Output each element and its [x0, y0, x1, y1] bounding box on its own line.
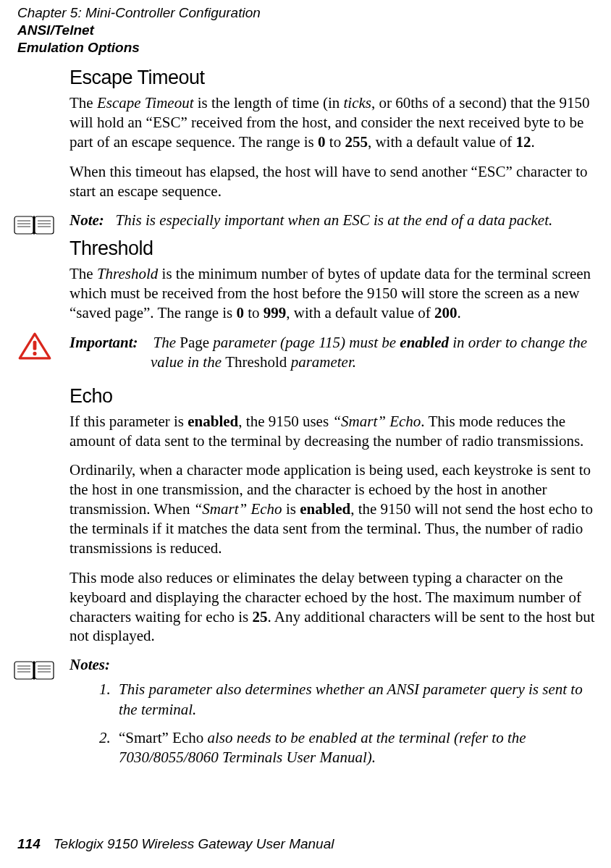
paragraph: The Escape Timeout is the length of time…: [69, 93, 597, 152]
heading-escape-timeout: Escape Timeout: [69, 67, 597, 89]
notes-label: Notes:: [69, 656, 597, 674]
text: .: [531, 133, 535, 151]
svg-rect-12: [35, 662, 54, 679]
page-number: 114: [17, 836, 41, 851]
page-footer: 114Teklogix 9150 Wireless Gateway User M…: [17, 836, 334, 852]
text: to: [244, 304, 264, 321]
svg-point-10: [33, 352, 36, 355]
warning-icon: [13, 332, 56, 361]
value: 255: [345, 133, 368, 151]
text: The: [69, 94, 97, 111]
value: enabled: [187, 413, 238, 430]
heading-threshold: Threshold: [69, 237, 597, 260]
text: parameter (page 115) must be: [209, 334, 400, 351]
important-text: Important: The Page parameter (page 115)…: [69, 333, 597, 372]
notes-block: Notes: This parameter also determines wh…: [69, 656, 597, 767]
term: Escape Timeout: [97, 94, 194, 111]
paragraph: The Threshold is the minimum number of b…: [69, 264, 597, 323]
chapter-title: Chapter 5: Mini-Controller Configuration: [17, 4, 594, 22]
important-label: Important:: [69, 334, 138, 351]
note-icon: [13, 211, 56, 240]
important-block: Important: The Page parameter (page 115)…: [69, 333, 597, 372]
svg-rect-9: [33, 341, 37, 350]
text: The: [69, 265, 97, 282]
text: to: [326, 133, 345, 151]
text: , with a default value of: [368, 133, 516, 151]
list-item: “Smart” Echo also needs to be enabled at…: [114, 728, 597, 768]
term: Threshold: [225, 353, 287, 371]
section-title-line1: ANSI/Telnet: [17, 22, 594, 39]
term: “Smart” Echo: [194, 500, 282, 518]
content-area: Escape Timeout The Escape Timeout is the…: [69, 67, 597, 776]
paragraph: Ordinarily, when a character mode applic…: [69, 460, 597, 557]
svg-rect-0: [14, 216, 33, 234]
footer-title: Teklogix 9150 Wireless Gateway User Manu…: [54, 836, 334, 851]
note-block: Note: This is especially important when …: [69, 211, 597, 230]
text: parameter.: [287, 353, 356, 371]
text: is the length of time (in: [193, 94, 343, 111]
svg-rect-1: [35, 216, 54, 234]
text: .: [458, 304, 461, 321]
text: This parameter also determines whether a…: [119, 681, 583, 717]
paragraph: This mode also reduces or eliminates the…: [69, 568, 597, 646]
text: , the 9150 uses: [238, 413, 332, 430]
text: If this parameter is: [69, 413, 187, 430]
page: Chapter 5: Mini-Controller Configuration…: [0, 0, 611, 868]
value: enabled: [400, 334, 449, 351]
text: This is especially important when an ESC…: [116, 211, 553, 229]
term: “Smart” Echo: [332, 413, 421, 430]
term: “Smart” Echo: [119, 729, 203, 746]
note-text: Note: This is especially important when …: [69, 211, 597, 230]
text: The: [153, 334, 180, 351]
note-icon: [13, 656, 56, 685]
note-label: Note:: [69, 211, 104, 229]
term: ticks: [344, 94, 371, 111]
section-title-line2: Emulation Options: [17, 39, 594, 56]
value: 12: [516, 133, 531, 151]
value: 999: [264, 304, 287, 321]
value: 0: [237, 304, 245, 321]
value: 25: [252, 608, 267, 625]
text: is: [282, 500, 300, 518]
list-item: This parameter also determines whether a…: [114, 680, 597, 720]
value: enabled: [300, 500, 350, 518]
text: , with a default value of: [286, 304, 434, 321]
paragraph: When this timeout has elapsed, the host …: [69, 162, 597, 201]
heading-echo: Echo: [69, 385, 597, 408]
notes-list: This parameter also determines whether a…: [69, 680, 597, 767]
term: Page: [180, 334, 209, 351]
paragraph: If this parameter is enabled, the 9150 u…: [69, 412, 597, 451]
value: 0: [318, 133, 326, 151]
svg-rect-11: [14, 662, 33, 679]
value: 200: [434, 304, 458, 321]
running-header: Chapter 5: Mini-Controller Configuration…: [17, 4, 594, 56]
term: Threshold: [97, 265, 158, 282]
